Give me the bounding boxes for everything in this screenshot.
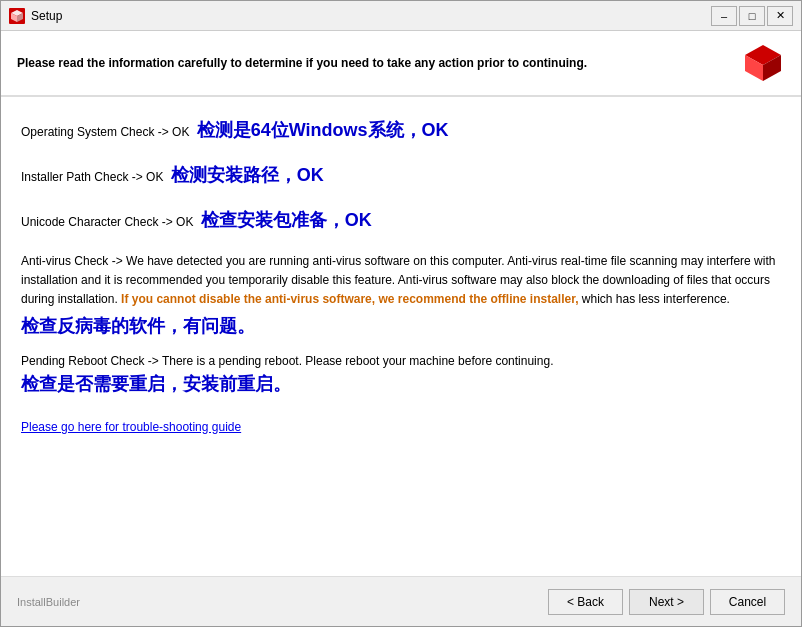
header-logo [741,41,785,85]
os-check-label: Operating System Check -> OK [21,125,189,139]
cancel-button[interactable]: Cancel [710,589,785,615]
content-area: Operating System Check -> OK 检测是64位Windo… [1,97,801,576]
path-check-line: Installer Path Check -> OK 检测安装路径，OK [21,162,781,189]
header-banner: Please read the information carefully to… [1,31,801,97]
path-check-label: Installer Path Check -> OK [21,170,163,184]
pending-text: Pending Reboot Check -> There is a pendi… [21,354,553,368]
antivirus-suffix: which has less interference. [579,292,730,306]
pending-prefix: Pending Reboot Check -> [21,354,159,368]
next-button[interactable]: Next > [629,589,704,615]
pending-body: There is a pending reboot. Please reboot… [159,354,554,368]
header-text: Please read the information carefully to… [17,56,741,70]
close-button[interactable]: ✕ [767,6,793,26]
antivirus-prefix: Anti-virus Check -> [21,254,123,268]
app-icon [9,8,25,24]
pending-section: Pending Reboot Check -> There is a pendi… [21,354,781,396]
troubleshoot-link[interactable]: Please go here for trouble-shooting guid… [21,420,241,434]
unicode-check-label: Unicode Character Check -> OK [21,215,193,229]
pending-annotation: 检查是否需要重启，安装前重启。 [21,372,781,396]
footer: InstallBuilder < Back Next > Cancel [1,576,801,626]
title-bar: Setup – □ ✕ [1,1,801,31]
antivirus-section: Anti-virus Check -> We have detected you… [21,252,781,338]
footer-brand: InstallBuilder [17,596,80,608]
antivirus-text: Anti-virus Check -> We have detected you… [21,254,775,306]
path-check-annotation: 检测安装路径，OK [171,165,324,185]
antivirus-highlight: If you cannot disable the anti-virus sof… [118,292,579,306]
os-check-line: Operating System Check -> OK 检测是64位Windo… [21,117,781,144]
os-check-annotation: 检测是64位Windows系统，OK [197,120,449,140]
minimize-button[interactable]: – [711,6,737,26]
window-title: Setup [31,9,711,23]
maximize-button[interactable]: □ [739,6,765,26]
back-button[interactable]: < Back [548,589,623,615]
unicode-check-annotation: 检查安装包准备，OK [201,210,372,230]
setup-window: Setup – □ ✕ Please read the information … [0,0,802,627]
unicode-check-line: Unicode Character Check -> OK 检查安装包准备，OK [21,207,781,234]
antivirus-annotation: 检查反病毒的软件，有问题。 [21,314,781,338]
footer-buttons: < Back Next > Cancel [548,589,785,615]
window-controls: – □ ✕ [711,6,793,26]
